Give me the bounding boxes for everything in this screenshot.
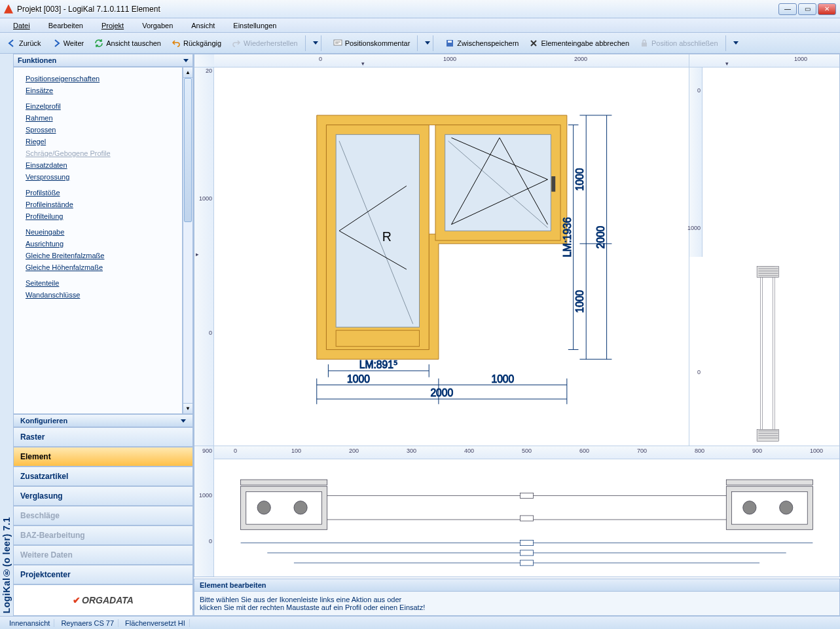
konfigurieren-header[interactable]: Konfigurieren xyxy=(13,414,193,427)
maximize-button[interactable]: ▭ xyxy=(798,3,816,15)
accordion-item[interactable]: Projektcenter xyxy=(13,565,193,584)
function-link[interactable]: Profileinstände xyxy=(26,199,177,210)
ruler-top: 01000200030▾ xyxy=(214,54,689,67)
position-comment-button[interactable]: Positionskommentar xyxy=(329,35,415,51)
svg-text:R: R xyxy=(382,229,392,244)
window-title: Projekt [003] - LogiKal 7.1.0.111 Elemen… xyxy=(17,5,778,14)
save-icon xyxy=(445,39,454,48)
svg-rect-60 xyxy=(520,541,533,546)
svg-point-51 xyxy=(780,501,793,514)
scrollbar[interactable]: ▲ ▼ xyxy=(183,67,193,414)
element-drawing[interactable]: R xyxy=(214,67,689,446)
chevron-down-icon xyxy=(183,59,189,62)
redo-button[interactable]: Wiederherstellen xyxy=(227,35,302,51)
accordion-item[interactable]: Verglasung xyxy=(13,486,193,506)
svg-rect-12 xyxy=(551,176,555,192)
undo-icon xyxy=(172,39,181,48)
accordion-item[interactable]: Weitere Daten xyxy=(13,545,193,565)
function-link[interactable]: Versprossung xyxy=(26,171,177,183)
cancel-input-button[interactable]: Elementeingabe abbrechen xyxy=(524,35,634,51)
function-link[interactable]: Einsatzdaten xyxy=(26,159,177,171)
svg-rect-6 xyxy=(336,330,419,346)
function-link[interactable]: Seitenteile xyxy=(26,277,177,289)
ruler-top-right: 1000 ▾ xyxy=(689,54,839,67)
finish-position-button[interactable]: Position abschließen xyxy=(635,35,723,51)
toolbar-dropdown3-icon[interactable] xyxy=(733,41,739,45)
function-link[interactable]: Einzelprofil xyxy=(26,100,177,112)
back-button[interactable]: Zurück xyxy=(3,35,46,51)
section-view-horizontal[interactable] xyxy=(214,459,839,577)
section-view-vertical[interactable]: 0 1000 0 xyxy=(689,67,839,446)
minimize-button[interactable]: — xyxy=(778,3,797,15)
menu-bearbeiten[interactable]: Bearbeiten xyxy=(41,20,91,31)
function-link[interactable]: Riegel xyxy=(26,136,177,147)
info-panel-title: Element bearbeiten xyxy=(194,579,839,592)
function-link[interactable]: Neueingabe xyxy=(26,226,177,238)
info-line-1: Bitte wählen Sie aus der Ikonenleiste li… xyxy=(200,596,834,603)
info-line-2: klicken Sie mit der rechten Maustaste au… xyxy=(200,603,834,611)
function-link[interactable]: Positionseigenschaften xyxy=(26,73,177,85)
ruler-left: 20 1000 0 ▸ xyxy=(194,67,214,446)
accordion-item[interactable]: Zusatzartikel xyxy=(13,467,193,486)
ruler-section-left: 900 1000 0 xyxy=(194,446,214,577)
funktionen-header[interactable]: Funktionen xyxy=(13,54,193,67)
function-link[interactable]: Profilteilung xyxy=(26,210,177,222)
comment-icon xyxy=(333,39,342,48)
status-system: Reynaers CS 77 xyxy=(57,619,119,627)
function-link[interactable]: Wandanschlüsse xyxy=(26,289,177,301)
menu-projekt[interactable]: Projekt xyxy=(94,20,132,31)
status-offset: Flächenversetzt HI xyxy=(121,619,190,627)
toolbar: Zurück Weiter Ansicht tauschen Rückgängi… xyxy=(0,33,840,54)
menu-datei[interactable]: Datei xyxy=(5,20,38,31)
svg-text:2000: 2000 xyxy=(430,387,453,398)
scroll-thumb[interactable] xyxy=(184,78,192,222)
title-bar: Projekt [003] - LogiKal 7.1.0.111 Elemen… xyxy=(0,0,840,18)
scroll-up-icon[interactable]: ▲ xyxy=(183,67,192,78)
svg-text:1000: 1000 xyxy=(347,373,370,385)
function-link[interactable]: Schräge/Gebogene Profile xyxy=(26,147,177,159)
undo-button[interactable]: Rückgängig xyxy=(167,35,226,51)
forward-button[interactable]: Weiter xyxy=(47,35,89,51)
svg-rect-3 xyxy=(642,43,647,47)
status-bar: Innenansicht Reynaers CS 77 Flächenverse… xyxy=(0,616,840,629)
svg-text:2000: 2000 xyxy=(595,225,606,248)
info-panel: Element bearbeiten Bitte wählen Sie aus … xyxy=(194,579,840,616)
svg-rect-62 xyxy=(520,560,533,565)
function-link[interactable]: Gleiche Höhenfalzmaße xyxy=(26,261,177,273)
scroll-down-icon[interactable]: ▼ xyxy=(183,403,192,413)
function-list: PositionseigenschaftenEinsätzeEinzelprof… xyxy=(13,67,183,414)
arrow-right-icon xyxy=(52,39,61,48)
menu-ansicht[interactable]: Ansicht xyxy=(183,20,223,31)
menu-bar: Datei Bearbeiten Projekt Vorgaben Ansich… xyxy=(0,18,840,33)
function-link[interactable]: Sprossen xyxy=(26,124,177,136)
svg-rect-47 xyxy=(241,480,327,485)
function-link[interactable]: Gleiche Breitenfalzmaße xyxy=(26,250,177,261)
function-link[interactable]: Ausrichtung xyxy=(26,238,177,250)
ruler-section-top: 01002003004005006007008009001000 xyxy=(214,446,839,459)
orgadata-logo: ✔ORGADATA xyxy=(13,584,193,616)
app-icon xyxy=(4,5,13,14)
menu-vorgaben[interactable]: Vorgaben xyxy=(134,20,181,31)
accordion-item[interactable]: BAZ-Bearbeitung xyxy=(13,525,193,545)
accordion-item[interactable]: Raster xyxy=(13,427,193,447)
svg-text:1000: 1000 xyxy=(574,168,585,191)
brand-vertical-label: LogiKal®(o leer) 7.1 xyxy=(1,517,12,613)
redo-icon xyxy=(232,39,241,48)
svg-rect-40 xyxy=(762,269,773,438)
function-link[interactable]: Einsätze xyxy=(26,85,177,96)
svg-rect-52 xyxy=(726,480,813,485)
accordion-item[interactable]: Beschläge xyxy=(13,506,193,525)
svg-rect-0 xyxy=(334,40,342,45)
menu-einstellungen[interactable]: Einstellungen xyxy=(225,20,284,31)
function-link[interactable]: Rahmen xyxy=(26,112,177,124)
close-button[interactable]: ✕ xyxy=(818,3,836,15)
svg-rect-55 xyxy=(520,493,533,498)
accordion-item[interactable]: Element xyxy=(13,447,193,467)
function-link[interactable]: Profilstöße xyxy=(26,187,177,199)
swap-view-button[interactable]: Ansicht tauschen xyxy=(90,35,166,51)
toolbar-dropdown-icon[interactable] xyxy=(313,41,318,45)
refresh-icon xyxy=(94,39,103,48)
svg-text:1000: 1000 xyxy=(491,373,514,385)
temp-save-button[interactable]: Zwischenspeichern xyxy=(441,35,523,51)
toolbar-dropdown2-icon[interactable] xyxy=(425,41,430,45)
